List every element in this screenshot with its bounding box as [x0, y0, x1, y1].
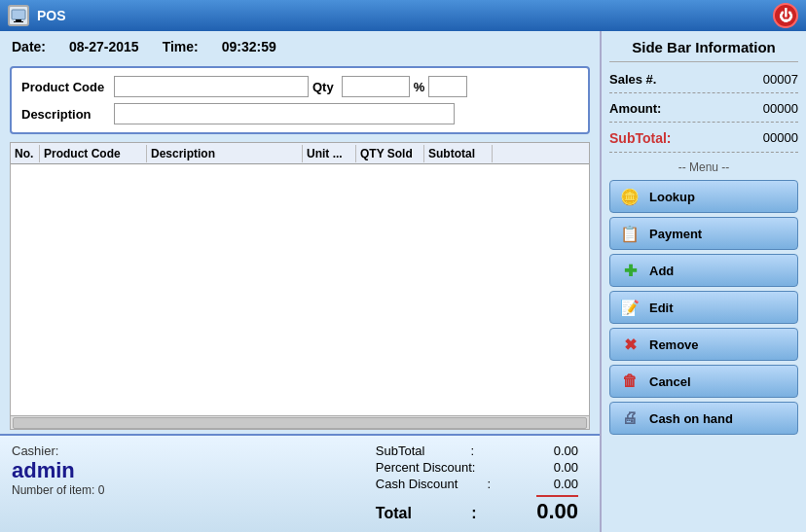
- power-button[interactable]: ⏻: [773, 3, 798, 28]
- table-body: [11, 164, 589, 415]
- svg-rect-1: [16, 19, 21, 21]
- amount-row: Amount: 00000: [609, 101, 798, 123]
- percent-input[interactable]: [428, 76, 467, 97]
- lookup-button[interactable]: 🪙Lookup: [609, 180, 798, 213]
- subtotal-colon: :: [470, 443, 474, 458]
- col-subtotal: Subtotal: [424, 145, 493, 162]
- add-icon: ✚: [618, 259, 641, 282]
- sales-value: 00007: [763, 72, 798, 87]
- sales-label: Sales #.: [609, 72, 656, 87]
- payment-icon: 📋: [618, 222, 641, 245]
- items-count: Number of item: 0: [12, 483, 187, 497]
- time-value: 09:32:59: [222, 39, 276, 54]
- horizontal-scrollbar[interactable]: [11, 415, 589, 429]
- total-colon: :: [471, 505, 476, 522]
- discount-value: 0.00: [520, 460, 578, 475]
- cash-discount-label: Cash Discount: [376, 477, 458, 491]
- payment-button[interactable]: 📋Payment: [609, 217, 798, 250]
- total-value: 0.00: [536, 495, 578, 524]
- cash-discount-value: 0.00: [520, 477, 578, 491]
- cashier-info: Cashier: admin Number of item: 0: [12, 443, 187, 497]
- discount-label: Percent Discount:: [376, 460, 476, 475]
- edit-icon: 📝: [618, 296, 641, 319]
- cashier-label: Cashier:: [12, 443, 187, 458]
- datetime-bar: Date: 08-27-2015 Time: 09:32:59: [0, 31, 600, 62]
- cashier-name: admin: [12, 458, 187, 483]
- amount-value: 00000: [763, 101, 798, 116]
- description-label: Description: [21, 107, 114, 122]
- subtotal-value: 0.00: [520, 443, 578, 458]
- sidebar-buttons: 🪙Lookup📋Payment✚Add📝Edit✖Remove🗑Cancel🖨C…: [609, 180, 798, 439]
- discount-row: Percent Discount: 0.00: [376, 460, 578, 475]
- scroll-track[interactable]: [13, 417, 587, 429]
- cash-discount-row: Cash Discount : 0.00: [376, 477, 578, 491]
- time-label: Time:: [163, 39, 199, 54]
- total-label: Total: [376, 505, 412, 522]
- description-input[interactable]: [114, 103, 455, 124]
- product-code-input[interactable]: [114, 76, 309, 97]
- add-label: Add: [649, 264, 674, 278]
- percent-label: %: [414, 80, 425, 94]
- col-product-code: Product Code: [40, 145, 147, 162]
- cash-on-hand-label: Cash on hand: [649, 411, 733, 426]
- product-code-label: Product Code: [21, 80, 114, 94]
- add-button[interactable]: ✚Add: [609, 254, 798, 287]
- svg-rect-0: [12, 10, 25, 19]
- col-qty-sold: QTY Sold: [356, 145, 424, 162]
- payment-label: Payment: [649, 227, 702, 241]
- app-icon: [8, 5, 29, 26]
- cancel-label: Cancel: [649, 374, 691, 389]
- table-header: No. Product Code Description Unit ... QT…: [11, 143, 589, 164]
- col-no: No.: [11, 145, 40, 162]
- totals-area: SubTotal : 0.00 Percent Discount: 0.00 C…: [376, 443, 578, 524]
- app-title: POS: [37, 8, 66, 23]
- description-row: Description: [21, 103, 578, 124]
- remove-icon: ✖: [618, 333, 641, 356]
- main-layout: Date: 08-27-2015 Time: 09:32:59 Product …: [0, 31, 806, 532]
- menu-label: -- Menu --: [609, 160, 798, 174]
- sidebar-subtotal-label: SubTotal:: [609, 130, 672, 146]
- titlebar: POS ⏻: [0, 0, 806, 31]
- cash-on-hand-button[interactable]: 🖨Cash on hand: [609, 402, 798, 435]
- cash-on-hand-icon: 🖨: [618, 407, 641, 430]
- lookup-icon: 🪙: [618, 185, 641, 208]
- sidebar-title: Side Bar Information: [609, 39, 798, 62]
- sidebar-subtotal-value: 00000: [763, 130, 798, 146]
- total-row: Total : 0.00: [376, 495, 578, 524]
- sidebar: Side Bar Information Sales #. 00007 Amou…: [602, 31, 806, 532]
- qty-input[interactable]: [342, 76, 410, 97]
- product-entry-area: Product Code Qty % Description: [10, 66, 590, 134]
- bottom-bar: Cashier: admin Number of item: 0 SubTota…: [0, 434, 600, 532]
- lookup-label: Lookup: [649, 190, 695, 204]
- date-value: 08-27-2015: [69, 39, 139, 54]
- remove-button[interactable]: ✖Remove: [609, 328, 798, 361]
- sidebar-subtotal-row: SubTotal: 00000: [609, 130, 798, 153]
- col-description: Description: [147, 145, 303, 162]
- cancel-button[interactable]: 🗑Cancel: [609, 365, 798, 398]
- remove-label: Remove: [649, 337, 699, 352]
- col-unit: Unit ...: [303, 145, 356, 162]
- subtotal-label: SubTotal: [376, 443, 425, 458]
- product-code-row: Product Code Qty %: [21, 76, 578, 97]
- cancel-icon: 🗑: [618, 370, 641, 393]
- edit-button[interactable]: 📝Edit: [609, 291, 798, 324]
- product-table: No. Product Code Description Unit ... QT…: [10, 142, 590, 430]
- edit-label: Edit: [649, 301, 674, 315]
- left-panel: Date: 08-27-2015 Time: 09:32:59 Product …: [0, 31, 602, 532]
- sales-row: Sales #. 00007: [609, 72, 798, 93]
- subtotal-row: SubTotal : 0.00: [376, 443, 578, 458]
- cash-discount-colon: :: [487, 477, 491, 491]
- amount-label: Amount:: [609, 101, 661, 116]
- date-label: Date:: [12, 39, 46, 54]
- power-icon: ⏻: [779, 8, 792, 23]
- qty-label: Qty: [312, 80, 334, 94]
- svg-rect-2: [14, 21, 23, 22]
